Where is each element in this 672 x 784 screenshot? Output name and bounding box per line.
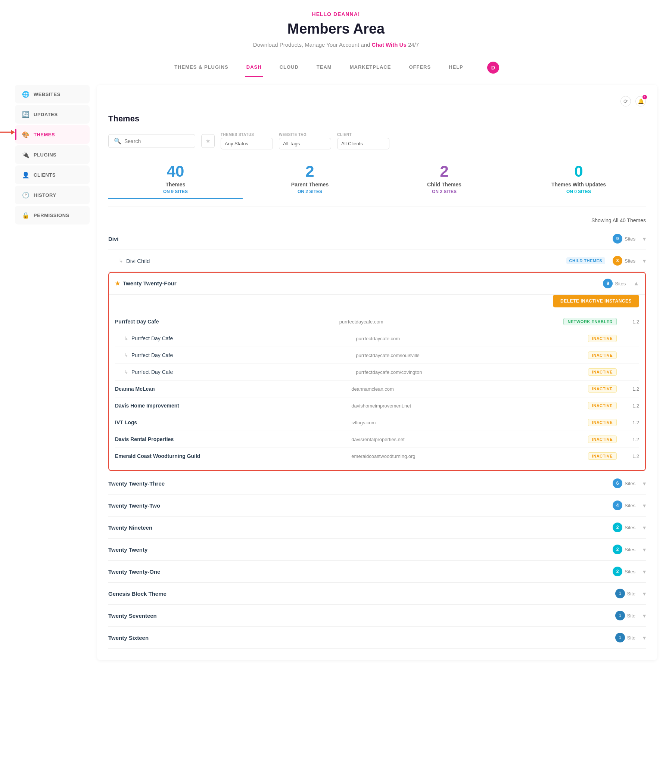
sidebar-item-permissions[interactable]: 🔒PERMISSIONS [15,206,90,224]
chevron-down-icon-6[interactable]: ▾ [643,546,646,553]
instance-row-1[interactable]: ↳Purrfect Day Cafe purrfectdaycafe.com I… [115,330,639,347]
instance-row-0[interactable]: Purrfect Day Cafe purrfectdaycafe.com NE… [115,313,639,330]
stat-item-0[interactable]: 40 Themes ON 9 SITES [108,160,243,199]
search-input[interactable] [124,138,190,144]
site-badge-5: 2 Sites [613,523,635,532]
sidebar-item-themes[interactable]: 🎨THEMES [15,125,90,144]
stat-label-3: Themes With Updates [511,182,646,188]
nav-item-themes---plugins[interactable]: THEMES & PLUGINS [173,58,230,77]
site-badge-3: 6 Sites [613,479,635,488]
instance-url-8: emeraldcoastwoodturning.org [351,453,588,459]
nav-item-team[interactable]: TEAM [315,58,334,77]
sidebar-item-clients[interactable]: 👤CLIENTS [15,165,90,184]
page-title: Members Area [8,21,664,37]
nav-item-offers[interactable]: OFFERS [407,58,432,77]
chevron-down-icon-1[interactable]: ▾ [643,257,646,264]
site-count-10: 1 [615,633,625,642]
stat-item-1[interactable]: 2 Parent Themes ON 2 SITES [243,160,377,199]
instance-name-3: ↳Purrfect Day Cafe [115,369,356,375]
nav-item-dash[interactable]: DASH [245,58,263,77]
theme-row-6[interactable]: Twenty Twenty 2 Sites ▾ [108,538,646,561]
stat-item-2[interactable]: 2 Child Themes ON 2 SITES [377,160,511,199]
nav-item-help[interactable]: HELP [447,58,465,77]
sites-text-2: Sites [615,281,626,286]
nav-item-cloud[interactable]: CLOUD [278,58,300,77]
instance-row-5[interactable]: Davis Home Improvement davishomeimprovem… [115,397,639,414]
nav-item-marketplace[interactable]: MARKETPLACE [348,58,393,77]
instance-row-2[interactable]: ↳Purrfect Day Cafe purrfectdaycafe.com/l… [115,347,639,364]
status-badge-5: INACTIVE [588,402,617,409]
theme-row-7[interactable]: Twenty Twenty-One 2 Sites ▾ [108,561,646,583]
theme-name-8: Genesis Block Theme [108,591,615,597]
delete-inactive-button[interactable]: DELETE INACTIVE INSTANCES [553,295,639,307]
chevron-down-icon-7[interactable]: ▾ [643,568,646,575]
chevron-up-icon-2[interactable]: ▲ [633,280,639,287]
theme-row-10[interactable]: Twenty Sixteen 1 Site ▾ [108,627,646,649]
refresh-icon[interactable]: ⟳ [621,96,631,106]
theme-row-2[interactable]: ★Twenty Twenty-Four 9 Sites ▲ [109,273,645,295]
theme-row-4[interactable]: Twenty Twenty-Two 4 Sites ▾ [108,495,646,516]
instance-name-8: Emerald Coast Woodturning Guild [115,453,351,459]
instance-version-5: 1.2 [624,403,639,409]
site-count-6: 2 [613,544,622,554]
theme-name-7: Twenty Twenty-One [108,568,613,575]
theme-row-0[interactable]: Divi 9 Sites ▾ [108,228,646,250]
hello-greeting: HELLO DEANNA! [8,11,664,17]
status-badge-3: INACTIVE [588,368,617,376]
instance-url-1: purrfectdaycafe.com [356,336,588,341]
tag-filter[interactable]: All Tags [279,138,331,149]
subtitle: Download Products, Manage Your Account a… [8,42,664,48]
instance-row-7[interactable]: Davis Rental Properties davisrentalprope… [115,431,639,448]
sidebar-label-history: HISTORY [34,192,56,198]
stat-item-3[interactable]: 0 Themes With Updates ON 0 SITES [511,160,646,199]
theme-row-9[interactable]: Twenty Seventeen 1 Site ▾ [108,605,646,627]
sidebar-item-history[interactable]: 🕐HISTORY [15,186,90,204]
instance-version-0: 1.2 [624,319,639,325]
site-badge-10: 1 Site [615,633,635,642]
child-theme-badge-1: CHILD THEMES [566,257,605,264]
instance-row-3[interactable]: ↳Purrfect Day Cafe purrfectdaycafe.com/c… [115,364,639,381]
theme-row-5[interactable]: Twenty Nineteen 2 Sites ▾ [108,516,646,538]
instance-row-8[interactable]: Emerald Coast Woodturning Guild emeraldc… [115,448,639,464]
theme-name-1: ↳Divi Child [108,258,566,264]
sidebar-item-websites[interactable]: 🌐WEBSITES [15,85,90,103]
stat-sublabel-1: ON 2 SITES [243,189,377,194]
theme-row-3[interactable]: Twenty Twenty-Three 6 Sites ▾ [108,473,646,495]
client-filter[interactable]: All Clients [337,138,390,149]
status-badge-7: INACTIVE [588,436,617,443]
instance-url-6: ivtlogs.com [351,420,588,425]
chevron-down-icon-0[interactable]: ▾ [643,235,646,243]
status-filter[interactable]: Any Status [220,138,273,149]
chevron-down-icon-4[interactable]: ▾ [643,502,646,509]
sidebar-item-plugins[interactable]: 🔌PLUGINS [15,145,90,164]
chevron-down-icon-8[interactable]: ▾ [643,590,646,597]
theme-row-1[interactable]: ↳Divi Child CHILD THEMES 3 Sites ▾ [108,250,646,272]
theme-name-6: Twenty Twenty [108,546,613,553]
star-icon-2[interactable]: ★ [115,280,120,286]
site-badge-7: 2 Sites [613,566,635,576]
site-badge-9: 1 Site [615,611,635,621]
sidebar-label-permissions: PERMISSIONS [34,213,70,218]
instance-name-0: Purrfect Day Cafe [115,319,339,325]
chat-link[interactable]: Chat With Us [372,42,407,48]
search-box[interactable]: 🔍 [108,134,195,148]
chevron-down-icon-5[interactable]: ▾ [643,524,646,531]
chevron-down-icon-3[interactable]: ▾ [643,480,646,487]
chevron-down-icon-10[interactable]: ▾ [643,634,646,641]
chevron-down-icon-9[interactable]: ▾ [643,612,646,619]
stat-sublabel-2: ON 2 SITES [377,189,511,194]
stat-label-0: Themes [108,182,243,188]
theme-row-8[interactable]: Genesis Block Theme 1 Site ▾ [108,583,646,605]
star-filter-button[interactable]: ★ [201,134,215,148]
theme-name-5: Twenty Nineteen [108,524,613,531]
instance-row-6[interactable]: IVT Logs ivtlogs.com INACTIVE 1.2 [115,414,639,431]
themes-list: Divi 9 Sites ▾ ↳Divi Child CHILD THEMES … [108,228,646,649]
sites-text-9: Site [627,613,635,619]
bell-icon[interactable]: 🔔 1 [635,96,646,106]
sidebar-label-themes: THEMES [34,132,55,137]
sidebar-item-updates[interactable]: 🔄UPDATES [15,105,90,124]
user-avatar[interactable]: D [487,62,499,73]
svg-marker-1 [11,130,15,134]
instance-row-4[interactable]: Deanna McLean deannamclean.com INACTIVE … [115,381,639,397]
stat-number-1: 2 [243,163,377,179]
